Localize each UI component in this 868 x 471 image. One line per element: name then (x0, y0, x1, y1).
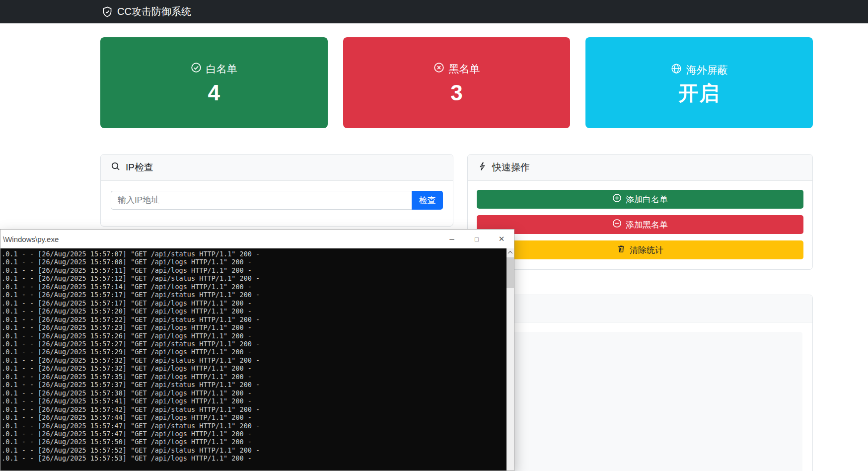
console-log-line: .0.1 - - [26/Aug/2025 15:57:32] "GET /ap… (1, 364, 506, 372)
blacklist-card-label: 黑名单 (434, 62, 480, 76)
console-log-line: .0.1 - - [26/Aug/2025 15:57:12] "GET /ap… (1, 274, 506, 282)
scrollbar-thumb[interactable] (506, 257, 514, 288)
console-scrollbar[interactable] (506, 248, 514, 471)
console-log-line: .0.1 - - [26/Aug/2025 15:57:07] "GET /ap… (1, 250, 506, 258)
x-circle-icon (434, 62, 444, 76)
chevron-up-icon (508, 251, 513, 256)
maximize-button[interactable]: □ (464, 230, 489, 248)
console-titlebar[interactable]: \Windows\py.exe – □ ✕ (0, 230, 514, 248)
console-log-line: .0.1 - - [26/Aug/2025 15:57:17] "GET /ap… (1, 291, 506, 299)
whitelist-card-label: 白名单 (191, 62, 237, 76)
console-log-line: .0.1 - - [26/Aug/2025 15:57:47] "GET /ap… (1, 430, 506, 438)
quick-actions-panel: 快速操作 添加白名单 添加黑名单 (467, 154, 813, 270)
globe-icon (671, 63, 682, 77)
clear-stats-button[interactable]: 清除统计 (477, 240, 803, 259)
add-blacklist-label: 添加黑名单 (626, 219, 668, 231)
blacklist-card: 黑名单 3 (343, 37, 571, 128)
close-button[interactable]: ✕ (489, 230, 514, 248)
console-log-line: .0.1 - - [26/Aug/2025 15:57:52] "GET /ap… (1, 446, 506, 454)
console-log-line: .0.1 - - [26/Aug/2025 15:57:14] "GET /ap… (1, 283, 506, 291)
scroll-up-arrow[interactable] (506, 248, 514, 257)
console-log-line: .0.1 - - [26/Aug/2025 15:57:38] "GET /ap… (1, 389, 506, 397)
quick-actions-panel-header: 快速操作 (468, 155, 812, 181)
console-log-line: .0.1 - - [26/Aug/2025 15:57:41] "GET /ap… (1, 397, 506, 405)
console-log-line: .0.1 - - [26/Aug/2025 15:57:35] "GET /ap… (1, 373, 506, 381)
quick-actions-body: 添加白名单 添加黑名单 清除统计 (468, 181, 812, 268)
console-window-controls: – □ ✕ (439, 230, 514, 248)
app-title: CC攻击防御系统 (117, 5, 191, 18)
console-log-line: .0.1 - - [26/Aug/2025 15:57:22] "GET /ap… (1, 315, 506, 323)
plus-circle-icon (612, 193, 622, 205)
console-log-line: .0.1 - - [26/Aug/2025 15:57:53] "GET /ap… (1, 454, 506, 462)
add-whitelist-button[interactable]: 添加白名单 (477, 190, 803, 209)
console-log-line: .0.1 - - [26/Aug/2025 15:57:11] "GET /ap… (1, 266, 506, 274)
console-log-line: .0.1 - - [26/Aug/2025 15:57:27] "GET /ap… (1, 340, 506, 348)
whitelist-card: 白名单 4 (100, 37, 328, 128)
console-log-line: .0.1 - - [26/Aug/2025 15:57:20] "GET /ap… (1, 307, 506, 315)
console-window: \Windows\py.exe – □ ✕ .0.1 - - [26/Aug/2… (0, 229, 514, 471)
console-log-output: .0.1 - - [26/Aug/2025 15:57:07] "GET /ap… (0, 248, 506, 471)
add-whitelist-label: 添加白名单 (626, 194, 668, 205)
ip-check-body: 检查 (101, 181, 453, 220)
console-log-line: .0.1 - - [26/Aug/2025 15:57:42] "GET /ap… (1, 405, 506, 413)
ip-check-title: IP检查 (126, 161, 153, 174)
console-log-line: .0.1 - - [26/Aug/2025 15:57:26] "GET /ap… (1, 332, 506, 340)
ip-check-panel-header: IP检查 (101, 155, 453, 181)
app-header: CC攻击防御系统 (0, 0, 868, 23)
console-log-line: .0.1 - - [26/Aug/2025 15:57:32] "GET /ap… (1, 356, 506, 364)
overseas-status: 开启 (678, 83, 720, 103)
ip-address-input[interactable] (111, 191, 412, 210)
console-log-line: .0.1 - - [26/Aug/2025 15:57:37] "GET /ap… (1, 381, 506, 389)
trash-icon (617, 244, 626, 256)
whitelist-count: 4 (208, 82, 220, 104)
overseas-label-text: 海外屏蔽 (686, 63, 728, 77)
quick-actions-title: 快速操作 (492, 161, 530, 174)
shield-icon (102, 6, 113, 17)
whitelist-label-text: 白名单 (206, 62, 237, 76)
ip-check-panel: IP检查 检查 (100, 154, 453, 227)
stat-cards-row: 白名单 4 黑名单 3 海外屏蔽 (100, 37, 813, 128)
console-log-line: .0.1 - - [26/Aug/2025 15:57:17] "GET /ap… (1, 299, 506, 307)
search-icon (111, 161, 121, 174)
console-log-line: .0.1 - - [26/Aug/2025 15:57:29] "GET /ap… (1, 348, 506, 356)
blacklist-count: 3 (450, 82, 462, 104)
dash-circle-icon (612, 219, 622, 231)
lightning-icon (478, 161, 487, 173)
overseas-card-label: 海外屏蔽 (671, 63, 728, 77)
overseas-block-card: 海外屏蔽 开启 (585, 37, 813, 128)
add-blacklist-button[interactable]: 添加黑名单 (477, 215, 803, 234)
console-log-line: .0.1 - - [26/Aug/2025 15:57:08] "GET /ap… (1, 258, 506, 266)
check-ip-button[interactable]: 检查 (412, 191, 443, 210)
console-log-line: .0.1 - - [26/Aug/2025 15:57:23] "GET /ap… (1, 323, 506, 331)
console-log-line: .0.1 - - [26/Aug/2025 15:57:47] "GET /ap… (1, 422, 506, 430)
console-window-title: \Windows\py.exe (3, 235, 59, 243)
minimize-button[interactable]: – (439, 230, 464, 248)
blacklist-label-text: 黑名单 (449, 62, 480, 76)
console-log-line: .0.1 - - [26/Aug/2025 15:57:44] "GET /ap… (1, 413, 506, 421)
check-circle-icon (191, 62, 202, 76)
clear-stats-label: 清除统计 (630, 244, 663, 256)
console-log-line: .0.1 - - [26/Aug/2025 15:57:50] "GET /ap… (1, 438, 506, 446)
